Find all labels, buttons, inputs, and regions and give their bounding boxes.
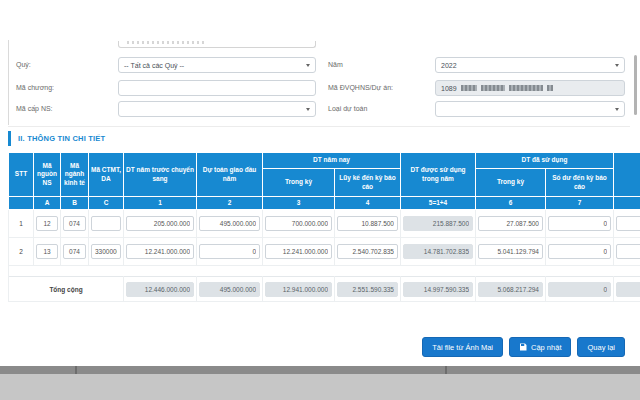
cap-nhat-button[interactable]: Cập nhật bbox=[509, 337, 571, 357]
ma-chuong-field-wrap bbox=[118, 80, 316, 96]
code-cell-b: B bbox=[61, 197, 89, 210]
tai-file-button[interactable]: Tải file từ Ánh Mai bbox=[422, 337, 503, 357]
window-bottom-border bbox=[0, 366, 640, 374]
col-header-ma-nganh-kinh-te: Mã ngành kinh tế bbox=[61, 153, 89, 197]
action-button-row: Tải file từ Ánh Mai Cập nhật Quay lại bbox=[422, 337, 625, 357]
quay-lai-label: Quay lại bbox=[587, 343, 615, 352]
quy-label: Quý: bbox=[16, 61, 31, 68]
ma-chuong-input[interactable] bbox=[124, 85, 310, 92]
row2-ma-nganh-input[interactable] bbox=[63, 244, 86, 259]
total-col3 bbox=[265, 282, 332, 297]
row1-col4-input[interactable] bbox=[337, 216, 398, 231]
row2-col5-readonly bbox=[403, 244, 473, 259]
resize-notch bbox=[75, 366, 77, 374]
row2-col4-input[interactable] bbox=[337, 244, 398, 259]
row2-col2-input[interactable] bbox=[199, 244, 260, 259]
col-header-so-du-7: Số dư đến kỳ báo cáo bbox=[546, 169, 614, 197]
total-col6 bbox=[478, 282, 543, 297]
nam-label: Năm bbox=[328, 61, 343, 68]
col-header-trong-ky-3: Trong kỳ bbox=[263, 169, 335, 197]
quy-select[interactable]: -- Tất cả các Quý -- bbox=[118, 57, 316, 73]
nam-selected-value: 2022 bbox=[441, 62, 457, 69]
panel-left-border bbox=[8, 40, 9, 125]
row2-col6-input[interactable] bbox=[478, 244, 543, 259]
row1-col1-input[interactable] bbox=[126, 216, 194, 231]
redacted-text bbox=[481, 85, 505, 91]
row2-ma-ctmt-input[interactable] bbox=[91, 244, 121, 259]
code-cell-a: A bbox=[34, 197, 61, 210]
col-header-ma-ctmt-da: Mã CTMT, DA bbox=[89, 153, 124, 197]
row2-col7-input[interactable] bbox=[548, 244, 611, 259]
detail-table: STT Mã nguồn NS Mã ngành kinh tế Mã CTMT… bbox=[8, 152, 640, 302]
chevron-down-icon bbox=[615, 64, 619, 67]
row1-col3-input[interactable] bbox=[265, 216, 332, 231]
col-header-dt-duoc-su-dung: DT được sử dụng trong năm bbox=[401, 153, 476, 197]
row2-ma-nguon-input[interactable] bbox=[36, 244, 58, 259]
tai-file-label: Tải file từ Ánh Mai bbox=[432, 343, 493, 352]
vertical-scrollbar[interactable] bbox=[634, 55, 637, 115]
total-row: Tổng cộng bbox=[9, 277, 640, 302]
col-header-luy-ke-4: Lũy kế đến kỳ báo cáo bbox=[335, 169, 401, 197]
desktop-background bbox=[0, 374, 640, 400]
ma-cap-ns-label: Mã cấp NS: bbox=[16, 105, 53, 112]
group-header-dt-da-su-dung: DT đã sử dụng bbox=[476, 153, 614, 169]
row1-col8-input[interactable] bbox=[616, 216, 640, 231]
ma-chuong-label: Mã chương: bbox=[16, 84, 54, 91]
code-cell-7: 7 bbox=[546, 197, 614, 210]
row1-col6-input[interactable] bbox=[478, 216, 543, 231]
spacer-row bbox=[9, 266, 640, 277]
loai-du-toan-select[interactable] bbox=[435, 101, 625, 117]
cap-nhat-label: Cập nhật bbox=[531, 343, 561, 352]
ma-dvqhns-field: 1089 bbox=[435, 80, 625, 96]
col-header-du-toan-giao: Dự toán giao đầu năm bbox=[197, 153, 263, 197]
row1-col2-input[interactable] bbox=[199, 216, 260, 231]
section-title: II. THÔNG TIN CHI TIẾT bbox=[18, 134, 105, 143]
save-icon bbox=[519, 343, 527, 351]
section-accent-bar bbox=[8, 131, 11, 146]
table-row: 2 bbox=[9, 238, 640, 266]
stt-cell: 1 bbox=[9, 210, 34, 238]
row1-ma-ctmt-input[interactable] bbox=[91, 216, 121, 231]
total-col2 bbox=[199, 282, 260, 297]
stt-cell: 2 bbox=[9, 238, 34, 266]
code-cell-5: 5=1+4 bbox=[401, 197, 476, 210]
nam-select[interactable]: 2022 bbox=[435, 57, 625, 73]
redacted-text bbox=[509, 85, 543, 91]
row2-col8-input[interactable] bbox=[616, 244, 640, 259]
row1-col5-readonly bbox=[403, 216, 473, 231]
col-header-dt-nam-truoc: DT năm trước chuyển sang bbox=[124, 153, 197, 197]
row2-col1-input[interactable] bbox=[126, 244, 194, 259]
redacted-text bbox=[547, 85, 553, 91]
col-header-stt: STT bbox=[9, 153, 34, 197]
row2-col3-input[interactable] bbox=[265, 244, 332, 259]
clipped-text bbox=[127, 41, 207, 44]
col-header-ma-nguon-ns: Mã nguồn NS bbox=[34, 153, 61, 197]
code-cell-1: 1 bbox=[124, 197, 197, 210]
group-header-dt-nam-nay: DT năm nay bbox=[263, 153, 401, 169]
col-header-trong-ky-6: Trong kỳ bbox=[476, 169, 546, 197]
clipped-control[interactable] bbox=[118, 41, 316, 48]
row1-ma-nguon-input[interactable] bbox=[36, 216, 58, 231]
col-header-partial bbox=[614, 153, 640, 197]
code-cell-3: 3 bbox=[263, 197, 335, 210]
table-row: 1 bbox=[9, 210, 640, 238]
code-cell-c: C bbox=[89, 197, 124, 210]
total-col5 bbox=[403, 282, 473, 297]
total-col8 bbox=[616, 282, 640, 297]
total-col4 bbox=[337, 282, 398, 297]
row1-col7-input[interactable] bbox=[548, 216, 611, 231]
loai-du-toan-label: Loại dự toán bbox=[328, 105, 367, 112]
total-col7 bbox=[548, 282, 611, 297]
section-header: II. THÔNG TIN CHI TIẾT bbox=[8, 126, 630, 149]
ma-dvqhns-value: 1089 bbox=[441, 85, 457, 92]
code-cell-6: 6 bbox=[476, 197, 546, 210]
row1-ma-nganh-input[interactable] bbox=[63, 216, 86, 231]
total-label: Tổng cộng bbox=[9, 277, 124, 302]
code-cell-4: 4 bbox=[335, 197, 401, 210]
code-cell-2: 2 bbox=[197, 197, 263, 210]
chevron-down-icon bbox=[615, 108, 619, 111]
code-cell-partial bbox=[614, 197, 640, 210]
quay-lai-button[interactable]: Quay lại bbox=[577, 337, 625, 357]
ma-dvqhns-label: Mã ĐVQHNS/Dự án: bbox=[328, 84, 393, 91]
ma-cap-ns-select[interactable] bbox=[118, 101, 316, 117]
